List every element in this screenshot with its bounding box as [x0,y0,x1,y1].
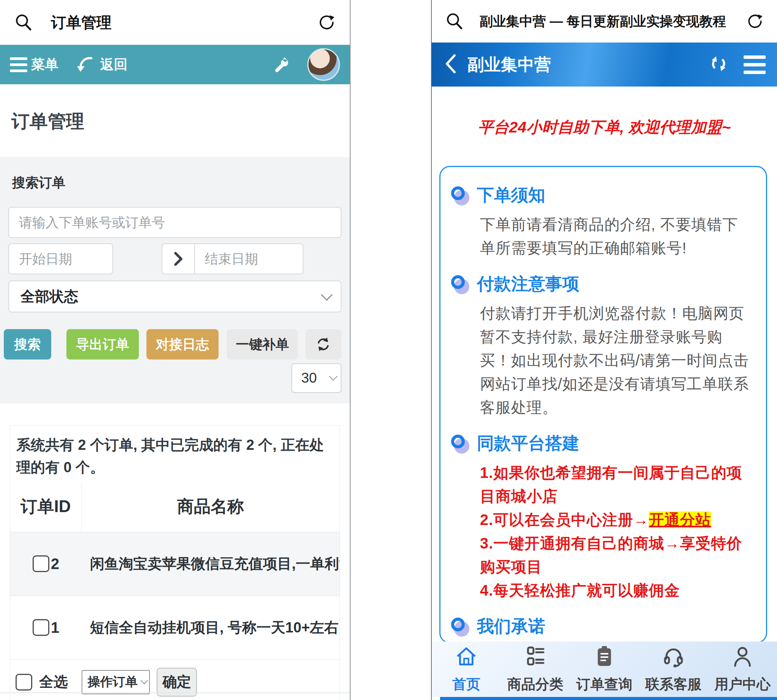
back-chevron-icon[interactable] [443,53,458,76]
composite-screenshot: 订单管理 菜单 返回 订单管理 搜索订单 [0,0,777,700]
bullet-icon [451,187,469,204]
search-icon[interactable] [14,13,33,32]
chevron-down-icon [140,677,148,685]
orders-table: 系统共有 2 个订单, 其中已完成的有 2 个, 正在处理的有 0 个。 订单I… [10,425,340,700]
tab-product-categories[interactable]: 商品分类 [501,642,570,697]
section-body: 下单前请看清商品的介绍, 不要填错下单所需要填写的正确邮箱账号! [480,213,753,260]
section-body: 付款请打开手机浏览器付款！电脑网页暂不支持付款, 最好注册登录账号购买！如出现付… [480,302,753,419]
col-header-product-name: 商品名称 [82,482,339,532]
section-body-red: 1.如果你也希望拥有一间属于自己的项目商城小店 2.可以在会员中心注册→开通分站… [480,461,753,602]
row-checkbox[interactable] [33,555,49,572]
chevron-down-icon [321,289,333,301]
announcement-text: 平台24小时自助下单, 欢迎代理加盟~ [432,117,777,138]
tab-order-inquiry[interactable]: 订单查询 [570,642,639,697]
date-range-chevron-icon [161,243,194,275]
table-row[interactable]: 2 闲鱼淘宝卖苹果微信豆充值项目,一单利润5元 [10,532,339,596]
home-icon [454,645,478,670]
section-our-promise: 我们承诺 咱们平台内主要做全网项目整合, 所有项目确保教程和附带的软件是详细且可… [451,615,753,643]
date-range-row [8,243,341,275]
section-order-notice: 下单须知 下单前请看清商品的介绍, 不要填错下单所需要填写的正确邮箱账号! [451,184,753,260]
page-size-select[interactable]: 30 [291,363,341,393]
table-row[interactable]: 1 短信全自动挂机项目, 号称一天10+左右 [10,596,339,660]
table-footer-controls: 全选 操作订单 确定 [10,660,339,700]
order-action-value: 操作订单 [88,673,140,690]
order-search-input[interactable] [8,207,341,238]
refresh-list-button[interactable] [305,329,341,360]
headset-icon [662,645,685,670]
left-app-navbar: 菜单 返回 [0,45,350,84]
order-id: 2 [51,555,59,572]
left-screenshot: 订单管理 菜单 返回 订单管理 搜索订单 [0,0,351,700]
select-all-checkbox[interactable] [15,674,32,690]
section-payment-notice: 付款注意事项 付款请打开手机浏览器付款！电脑网页暂不支持付款, 最好注册登录账号… [451,273,753,419]
menu-icon[interactable] [10,57,27,72]
page-title: 订单管理 [0,84,350,157]
search-button[interactable]: 搜索 [4,329,51,360]
user-icon [731,645,754,670]
left-page-tab-title: 订单管理 [51,12,317,33]
table-header-row: 订单ID 商品名称 [10,482,339,532]
col-header-order-id: 订单ID [10,482,82,532]
left-browser-topbar: 订单管理 [0,0,350,45]
start-date-input[interactable] [8,243,113,275]
section-heading: 我们承诺 [477,615,545,638]
right-screenshot: 副业集中营 — 每日更新副业实操变现教程 副业集中营 平台24小时自助下单, 欢… [431,0,777,700]
bullet-icon [451,618,469,635]
order-action-select[interactable]: 操作订单 [82,670,150,694]
end-date-input[interactable] [194,243,303,275]
right-browser-topbar: 副业集中营 — 每日更新副业实操变现教程 [432,0,777,43]
tab-contact-support[interactable]: 联系客服 [639,642,708,697]
notice-box: 下单须知 下单前请看清商品的介绍, 不要填错下单所需要填写的正确邮箱账号! 付款… [439,166,767,643]
sync-icon[interactable] [709,54,729,75]
refresh-icon[interactable] [746,12,764,30]
search-panel: 搜索订单 全部状态 搜索 导出订单 对接日志 一键补单 [0,157,350,403]
open-substation-link[interactable]: 开通分站 [649,511,711,528]
section-heading: 付款注意事项 [477,273,579,295]
export-orders-button[interactable]: 导出订单 [67,329,139,360]
bullet-icon [451,275,469,293]
back-button[interactable]: 返回 [100,55,128,74]
page-size-value: 30 [301,370,329,386]
site-title: 副业集中营 [468,53,709,76]
setup-step-3: 3.一键开通拥有自己的商城→享受特价购买项目 [480,532,753,578]
action-buttons-row: 搜索 导出订单 对接日志 一键补单 [4,329,341,360]
avatar[interactable] [307,48,340,81]
section-heading: 同款平台搭建 [477,432,579,455]
section-heading: 下单须知 [477,184,545,207]
tab-home[interactable]: 首页 [432,642,501,697]
menu-icon[interactable] [744,55,765,74]
tab-user-center[interactable]: 用户中心 [708,642,777,697]
product-name: 短信全自动挂机项目, 号称一天10+左右 [82,618,339,637]
select-all-label: 全选 [39,672,68,692]
chevron-down-icon [329,372,338,381]
orders-summary: 系统共有 2 个订单, 其中已完成的有 2 个, 正在处理的有 0 个。 [10,425,339,482]
bullet-icon [451,435,469,452]
search-panel-label: 搜索订单 [12,174,338,192]
refresh-icon[interactable] [317,13,336,32]
clipboard-icon [592,645,616,670]
setup-step-4: 4.每天轻松推广就可以赚佣金 [480,578,753,602]
footer-divider [0,692,350,693]
back-arrow-icon[interactable] [75,54,97,75]
row-checkbox[interactable] [33,619,49,636]
search-icon[interactable] [445,12,464,31]
right-page-tab-title: 副业集中营 — 每日更新副业实操变现教程 [479,13,746,30]
section-platform-setup: 同款平台搭建 1.如果你也希望拥有一间属于自己的项目商城小店 2.可以在会员中心… [451,432,753,602]
product-name: 闲鱼淘宝卖苹果微信豆充值项目,一单利润5元 [82,554,339,573]
category-list-icon [524,645,547,670]
order-id: 1 [51,619,59,636]
bottom-progress-strip [440,697,777,700]
setup-step-2: 2.可以在会员中心注册→开通分站 [480,508,753,532]
right-app-navbar: 副业集中营 [432,43,777,87]
reorder-button[interactable]: 一键补单 [227,329,298,360]
status-select-value: 全部状态 [20,287,321,306]
menu-button[interactable]: 菜单 [31,55,58,74]
bottom-tabbar: 首页 商品分类 订单查询 联系客服 [432,642,777,697]
status-select[interactable]: 全部状态 [8,280,341,312]
wrench-icon[interactable] [273,55,290,74]
api-log-button[interactable]: 对接日志 [146,329,219,360]
setup-step-1: 1.如果你也希望拥有一间属于自己的项目商城小店 [480,461,753,508]
